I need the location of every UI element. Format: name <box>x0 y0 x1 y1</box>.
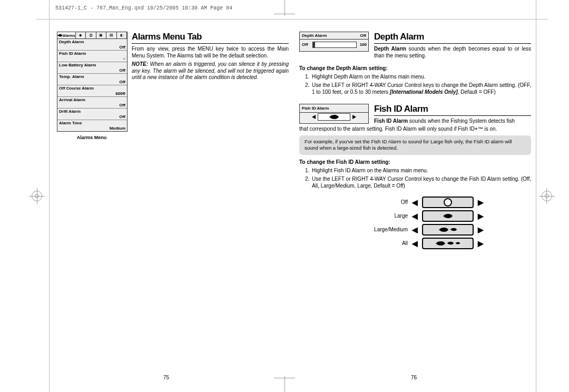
option-all <box>422 238 474 249</box>
tab-icon: ▤ <box>106 32 116 38</box>
body-text: Fish ID Alarm sounds when the Fishing Sy… <box>374 118 531 125</box>
tab-icon: ▣ <box>96 32 106 38</box>
menu-row: Drift AlarmOff <box>57 109 127 120</box>
arrow-right-icon: ▶ <box>478 198 484 207</box>
fish-id-alarm-screenshot: Fish ID Alarm <box>299 104 369 124</box>
body-text: Depth Alarm sounds when the depth become… <box>374 46 531 59</box>
page-number: 76 <box>411 375 417 380</box>
list-item: Highlight Depth Alarm on the Alarms main… <box>311 73 531 80</box>
option-label: All <box>360 240 408 246</box>
rule <box>132 43 289 44</box>
registration-mark <box>539 196 555 197</box>
heading-alarms-menu-tab: Alarms Menu Tab <box>132 32 289 42</box>
arrow-left-icon: ◀ <box>412 198 418 207</box>
crop-rule <box>49 0 50 392</box>
tab-icon: ◐ <box>117 32 127 38</box>
print-header: 531427-1_C - 767_Man_Eng.qxd 10/25/2005 … <box>55 5 232 11</box>
list-item: Use the LEFT or RIGHT 4-WAY Cursor Contr… <box>311 82 531 95</box>
tab-icon: ◆ <box>76 32 86 38</box>
crop-rule <box>36 19 548 19</box>
note-text: NOTE: NOTE: When an alarm is triggered, … <box>132 61 289 81</box>
fish-icon <box>329 114 339 120</box>
fish-icon <box>443 213 453 219</box>
steps-list: Highlight Fish ID Alarm on the Alarms ma… <box>299 167 531 189</box>
depth-alarm-screenshot: Depth AlarmOff Off 100 <box>299 32 369 52</box>
crop-mark <box>274 378 295 378</box>
arrow-left-icon: ◀ <box>412 239 418 248</box>
fish-icon <box>435 240 446 247</box>
menu-row: Alarm ToneMedium <box>57 120 127 131</box>
crop-mark <box>284 376 285 392</box>
arrow-right-icon <box>352 115 356 119</box>
option-off <box>422 197 474 208</box>
heading-depth-alarm: Depth Alarm <box>374 32 531 42</box>
alarms-menu-screenshot: ◀▶Alarms ◆ ⦿ ▣ ▤ ◐ Depth AlarmOff Fish I… <box>57 32 127 132</box>
arrow-right-icon: ▶ <box>478 226 484 234</box>
menu-row: Temp. AlarmOff <box>57 74 127 85</box>
subheading: To change the Fish ID Alarm setting: <box>299 159 531 165</box>
fish-icon <box>447 241 454 246</box>
menu-row: Low Battery AlarmOff <box>57 62 127 74</box>
steps-list: Highlight Depth Alarm on the Alarms main… <box>299 73 531 95</box>
fish-icon <box>455 241 460 245</box>
arrow-right-icon: ▶ <box>478 239 484 248</box>
page-number: 75 <box>163 375 169 380</box>
option-label: Large <box>360 213 408 219</box>
example-note: For example, if you've set the Fish ID A… <box>299 135 531 155</box>
body-text: From any view, press the MENU key twice … <box>132 46 289 59</box>
list-item: Highlight Fish ID Alarm on the Alarms ma… <box>311 167 531 174</box>
tab-alarms: ◀▶Alarms <box>57 32 76 38</box>
menu-row: Arrival AlarmOff <box>57 97 127 109</box>
menu-row: Off Course Alarm600ft <box>57 85 127 97</box>
rule <box>374 43 531 44</box>
body-text: that correspond to the alarm setting. Fi… <box>299 126 531 133</box>
page-right: Depth AlarmOff Off 100 Depth Alarm Depth… <box>299 32 531 250</box>
subheading: To change the Depth Alarm setting: <box>299 65 531 71</box>
crop-mark <box>274 14 295 14</box>
option-label: Large/Medium <box>360 227 408 232</box>
option-label: Off <box>360 199 408 205</box>
fish-icon <box>450 227 457 232</box>
slider-bar <box>312 42 357 48</box>
option-large-medium <box>422 224 474 236</box>
option-large <box>422 210 474 222</box>
registration-mark <box>546 188 547 204</box>
arrow-left-icon <box>312 115 316 119</box>
arrow-right-icon: ▶ <box>478 212 484 220</box>
menu-row: Depth AlarmOff <box>57 39 127 51</box>
registration-mark <box>37 188 37 204</box>
fish-id-options: Off ◀ ▶ Large ◀ ▶ Large/Medium ◀ ▶ All ◀ <box>299 195 484 250</box>
screenshot-caption: Alarms Menu <box>57 135 126 140</box>
heading-fish-id-alarm: Fish ID Alarm <box>374 104 531 114</box>
tab-icon: ⦿ <box>86 32 96 38</box>
crop-rule <box>536 0 536 392</box>
page-left: ◀▶Alarms ◆ ⦿ ▣ ▤ ◐ Depth AlarmOff Fish I… <box>57 32 289 140</box>
list-item: Use the LEFT or RIGHT 4-WAY Cursor Contr… <box>311 175 531 189</box>
fish-icon <box>438 227 449 233</box>
menu-row: Fish ID Alarm○ <box>57 51 127 62</box>
arrow-left-icon: ◀ <box>412 226 418 234</box>
rule <box>374 115 531 116</box>
arrow-left-icon: ◀ <box>412 212 418 220</box>
